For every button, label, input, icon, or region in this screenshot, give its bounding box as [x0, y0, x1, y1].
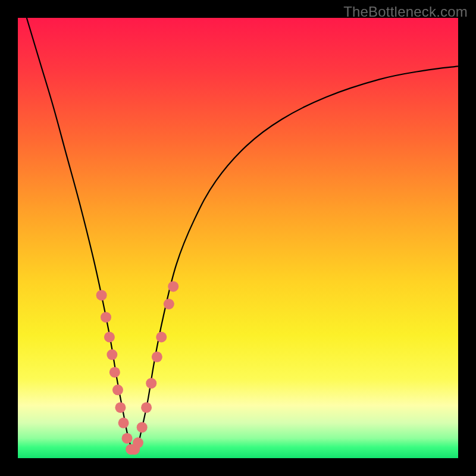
plot-area — [18, 18, 458, 458]
marker-dot — [137, 422, 148, 433]
marker-dot — [96, 290, 107, 300]
marker-dot — [104, 332, 115, 343]
bottleneck-curve — [27, 18, 458, 452]
marker-dot — [133, 437, 143, 448]
marker-dot — [122, 433, 133, 444]
marker-dot — [141, 402, 152, 413]
marker-dot — [101, 312, 111, 322]
marker-dot — [168, 281, 178, 292]
marker-dot — [107, 349, 117, 360]
chart-svg — [18, 18, 458, 458]
marker-dot — [146, 378, 156, 389]
marker-dot — [115, 402, 126, 413]
marker-dot — [164, 299, 174, 309]
watermark-text: TheBottleneck.com — [343, 4, 468, 20]
marker-dot — [156, 332, 167, 343]
marker-dot — [112, 384, 123, 395]
outer-frame: TheBottleneck.com — [0, 0, 476, 476]
marker-dot — [109, 367, 120, 378]
marker-dot — [118, 418, 129, 428]
marker-dot — [152, 352, 162, 362]
marker-group — [96, 281, 179, 455]
